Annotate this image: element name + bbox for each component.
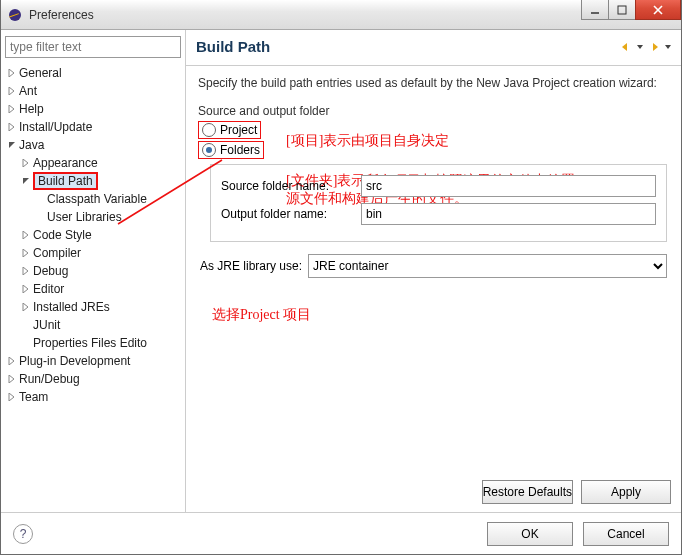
forward-icon[interactable]	[647, 41, 661, 53]
back-menu-icon[interactable]	[637, 41, 643, 53]
tree-item[interactable]: Code Style	[19, 226, 181, 244]
preferences-window: Preferences GeneralAntHelpInstall/Update…	[0, 0, 682, 555]
window-controls	[582, 0, 681, 20]
header-nav	[619, 41, 671, 53]
help-icon[interactable]: ?	[13, 524, 33, 544]
tree-label: User Libraries	[47, 210, 122, 224]
tree-label: JUnit	[33, 318, 60, 332]
radio-project[interactable]	[202, 123, 216, 137]
tree-item[interactable]: Debug	[19, 262, 181, 280]
tree-item[interactable]: Ant	[5, 82, 181, 100]
jre-select[interactable]: JRE container	[308, 254, 667, 278]
tree-item[interactable]: Appearance	[19, 154, 181, 172]
page-title: Build Path	[196, 38, 270, 55]
folder-fields: Source folder name: Output folder name:	[210, 164, 667, 242]
tree-item[interactable]: Install/Update	[5, 118, 181, 136]
tree-item[interactable]: Run/Debug	[5, 370, 181, 388]
close-button[interactable]	[635, 0, 681, 20]
tree-item[interactable]: User Libraries	[33, 208, 181, 226]
filter-input[interactable]	[5, 36, 181, 58]
tree-item[interactable]: Plug-in Development	[5, 352, 181, 370]
tree-item[interactable]: Editor	[19, 280, 181, 298]
tree-label: Installed JREs	[33, 300, 110, 314]
apply-button[interactable]: Apply	[581, 480, 671, 504]
tree-label: Team	[19, 390, 48, 404]
tree-item[interactable]: Help	[5, 100, 181, 118]
tree-label: Compiler	[33, 246, 81, 260]
radio-project-label: Project	[220, 123, 257, 137]
footer: ? OK Cancel	[1, 512, 681, 554]
annotation-select: 选择Project 项目	[212, 306, 311, 324]
tree-label: Build Path	[33, 174, 98, 188]
tree-item[interactable]: Properties Files Edito	[19, 334, 181, 352]
tree-item[interactable]: Build Path	[19, 172, 181, 190]
preference-tree[interactable]: GeneralAntHelpInstall/UpdateJavaAppearan…	[5, 64, 181, 406]
tree-label: Appearance	[33, 156, 98, 170]
tree-item[interactable]: Compiler	[19, 244, 181, 262]
tree-label: General	[19, 66, 62, 80]
sidebar: GeneralAntHelpInstall/UpdateJavaAppearan…	[1, 30, 186, 512]
maximize-button[interactable]	[608, 0, 636, 20]
svg-rect-3	[618, 6, 626, 14]
output-folder-input[interactable]	[361, 203, 656, 225]
radio-folders[interactable]	[202, 143, 216, 157]
content-area: Build Path Specify the build path entrie…	[186, 30, 681, 512]
page-header: Build Path	[186, 30, 681, 66]
tree-item[interactable]: General	[5, 64, 181, 82]
annotation-project: [项目]表示由项目自身决定	[286, 132, 449, 150]
tree-item[interactable]: Installed JREs	[19, 298, 181, 316]
page-body: Specify the build path entries used as d…	[186, 66, 681, 512]
cancel-button[interactable]: Cancel	[583, 522, 669, 546]
tree-label: Java	[19, 138, 44, 152]
page-description: Specify the build path entries used as d…	[186, 66, 681, 98]
jre-row: As JRE library use: JRE container	[186, 252, 681, 280]
restore-defaults-button[interactable]: Restore Defaults	[482, 480, 573, 504]
back-icon[interactable]	[619, 41, 633, 53]
jre-label: As JRE library use:	[200, 259, 302, 273]
tree-item[interactable]: Classpath Variable	[33, 190, 181, 208]
tree-label: Help	[19, 102, 44, 116]
tree-label: Run/Debug	[19, 372, 80, 386]
tree-label: Ant	[19, 84, 37, 98]
tree-label: Install/Update	[19, 120, 92, 134]
radio-folders-label: Folders	[220, 143, 260, 157]
output-folder-label: Output folder name:	[221, 207, 361, 221]
source-folder-label: Source folder name:	[221, 179, 361, 193]
titlebar: Preferences	[1, 0, 681, 30]
forward-menu-icon[interactable]	[665, 41, 671, 53]
minimize-button[interactable]	[581, 0, 609, 20]
window-title: Preferences	[29, 8, 94, 22]
source-output-label: Source and output folder	[186, 98, 681, 120]
tree-item[interactable]: JUnit	[19, 316, 181, 334]
tree-label: Code Style	[33, 228, 92, 242]
app-icon	[7, 7, 23, 23]
tree-label: Classpath Variable	[47, 192, 147, 206]
tree-label: Plug-in Development	[19, 354, 130, 368]
tree-item[interactable]: Team	[5, 388, 181, 406]
tree-label: Editor	[33, 282, 64, 296]
source-folder-input[interactable]	[361, 175, 656, 197]
tree-label: Debug	[33, 264, 68, 278]
tree-label: Properties Files Edito	[33, 336, 147, 350]
ok-button[interactable]: OK	[487, 522, 573, 546]
tree-item[interactable]: Java	[5, 136, 181, 154]
body: GeneralAntHelpInstall/UpdateJavaAppearan…	[1, 30, 681, 512]
